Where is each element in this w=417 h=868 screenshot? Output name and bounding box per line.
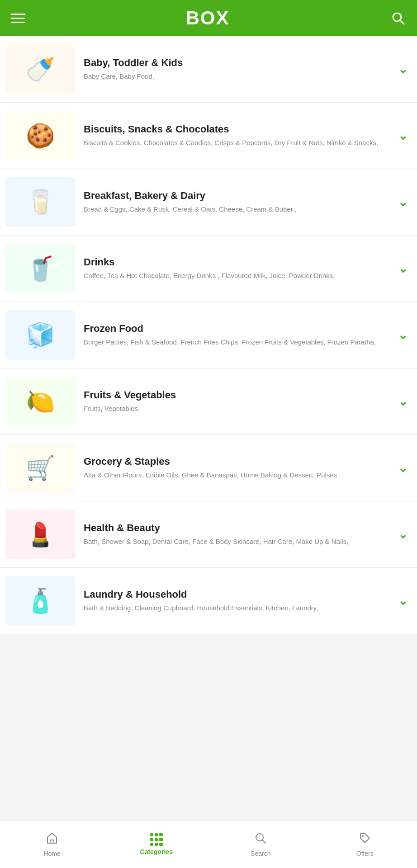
nav-item-search[interactable]: Search — [208, 832, 313, 857]
category-chevron-drinks: ⌄ — [398, 262, 408, 276]
category-image-frozen: 🧊 — [5, 310, 76, 360]
category-chevron-biscuits: ⌄ — [398, 129, 408, 143]
category-text-baby: Baby, Toddler & Kids Baby Care, Baby Foo… — [84, 57, 393, 82]
category-image-baby: 🍼 — [5, 44, 76, 94]
category-text-health: Health & Beauty Bath, Shower & Soap, Den… — [84, 522, 393, 547]
category-chevron-frozen: ⌄ — [398, 328, 408, 342]
nav-item-offers[interactable]: Offers — [313, 832, 417, 857]
nav-label-search: Search — [251, 850, 270, 857]
nav-item-categories[interactable]: Categories — [104, 833, 209, 855]
category-title-biscuits: Biscuits, Snacks & Chocolates — [84, 123, 393, 135]
svg-point-5 — [362, 835, 364, 837]
category-subtitle-laundry: Bath & Bedding, Cleaning Cupboard, House… — [84, 603, 393, 613]
category-title-laundry: Laundry & Household — [84, 589, 393, 600]
svg-line-4 — [262, 840, 265, 843]
category-chevron-fruits: ⌄ — [398, 395, 408, 409]
category-text-grocery: Grocery & Staples Atta & Other Flours, E… — [84, 456, 393, 481]
category-subtitle-breakfast: Bread & Eggs, Cake & Rusk, Cereal & Oats… — [84, 204, 393, 215]
nav-item-home[interactable]: Home — [0, 832, 104, 857]
menu-button[interactable] — [11, 14, 25, 23]
category-item-biscuits[interactable]: 🍪 Biscuits, Snacks & Chocolates Biscuits… — [0, 103, 417, 169]
category-subtitle-frozen: Burger Patties, Fish & Seafood, French F… — [84, 337, 393, 348]
categories-icon — [150, 833, 163, 846]
category-subtitle-fruits: Fruits, Vegetables, — [84, 404, 393, 414]
bottom-navigation: Home Categories Search Offers — [0, 820, 417, 868]
nav-label-offers: Offers — [356, 850, 374, 857]
category-item-fruits[interactable]: 🍋 Fruits & Vegetables Fruits, Vegetables… — [0, 368, 417, 435]
category-subtitle-drinks: Coffee, Tea & Hot Chocolate, Energy Drin… — [84, 271, 393, 281]
category-title-drinks: Drinks — [84, 256, 393, 268]
category-subtitle-biscuits: Biscuits & Cookies, Chocolates & Candies… — [84, 138, 393, 148]
category-list: 🍼 Baby, Toddler & Kids Baby Care, Baby F… — [0, 36, 417, 634]
category-image-grocery: 🛒 — [5, 443, 76, 493]
category-chevron-breakfast: ⌄ — [398, 195, 408, 209]
home-icon — [46, 832, 58, 848]
category-item-health[interactable]: 💄 Health & Beauty Bath, Shower & Soap, D… — [0, 501, 417, 568]
category-chevron-laundry: ⌄ — [398, 594, 408, 608]
category-text-biscuits: Biscuits, Snacks & Chocolates Biscuits &… — [84, 123, 393, 148]
header: BOX — [0, 0, 417, 36]
category-subtitle-health: Bath, Shower & Soap, Dental Care, Face &… — [84, 537, 393, 547]
category-image-fruits: 🍋 — [5, 377, 76, 426]
category-chevron-grocery: ⌄ — [398, 461, 408, 475]
category-image-drinks: 🥤 — [5, 244, 76, 293]
category-title-breakfast: Breakfast, Bakery & Dairy — [84, 190, 393, 202]
category-chevron-health: ⌄ — [398, 528, 408, 542]
nav-label-home: Home — [44, 850, 61, 857]
category-text-fruits: Fruits & Vegetables Fruits, Vegetables, — [84, 389, 393, 414]
category-image-laundry: 🧴 — [5, 576, 76, 626]
category-item-laundry[interactable]: 🧴 Laundry & Household Bath & Bedding, Cl… — [0, 568, 417, 634]
category-item-baby[interactable]: 🍼 Baby, Toddler & Kids Baby Care, Baby F… — [0, 36, 417, 103]
category-subtitle-baby: Baby Care, Baby Food, — [84, 71, 393, 82]
svg-line-1 — [400, 20, 404, 24]
category-title-grocery: Grocery & Staples — [84, 456, 393, 467]
category-item-drinks[interactable]: 🥤 Drinks Coffee, Tea & Hot Chocolate, En… — [0, 236, 417, 302]
category-image-health: 💄 — [5, 509, 76, 559]
category-image-breakfast: 🥛 — [5, 177, 76, 227]
category-text-breakfast: Breakfast, Bakery & Dairy Bread & Eggs, … — [84, 190, 393, 215]
category-title-health: Health & Beauty — [84, 522, 393, 534]
category-title-fruits: Fruits & Vegetables — [84, 389, 393, 401]
category-image-biscuits: 🍪 — [5, 111, 76, 160]
app-logo: BOX — [185, 7, 229, 29]
main-content: 🍼 Baby, Toddler & Kids Baby Care, Baby F… — [0, 36, 417, 682]
category-subtitle-grocery: Atta & Other Flours, Edible Oils, Ghee &… — [84, 470, 393, 481]
offers-icon — [359, 832, 371, 848]
svg-rect-2 — [50, 840, 54, 843]
header-search-button[interactable] — [390, 10, 406, 26]
nav-label-categories: Categories — [140, 848, 173, 855]
category-item-breakfast[interactable]: 🥛 Breakfast, Bakery & Dairy Bread & Eggs… — [0, 169, 417, 236]
category-title-baby: Baby, Toddler & Kids — [84, 57, 393, 69]
category-item-frozen[interactable]: 🧊 Frozen Food Burger Patties, Fish & Sea… — [0, 302, 417, 368]
category-text-laundry: Laundry & Household Bath & Bedding, Clea… — [84, 589, 393, 613]
category-text-frozen: Frozen Food Burger Patties, Fish & Seafo… — [84, 323, 393, 348]
category-text-drinks: Drinks Coffee, Tea & Hot Chocolate, Ener… — [84, 256, 393, 281]
search-icon — [254, 832, 267, 848]
category-title-frozen: Frozen Food — [84, 323, 393, 335]
category-chevron-baby: ⌄ — [398, 62, 408, 76]
category-item-grocery[interactable]: 🛒 Grocery & Staples Atta & Other Flours,… — [0, 435, 417, 501]
